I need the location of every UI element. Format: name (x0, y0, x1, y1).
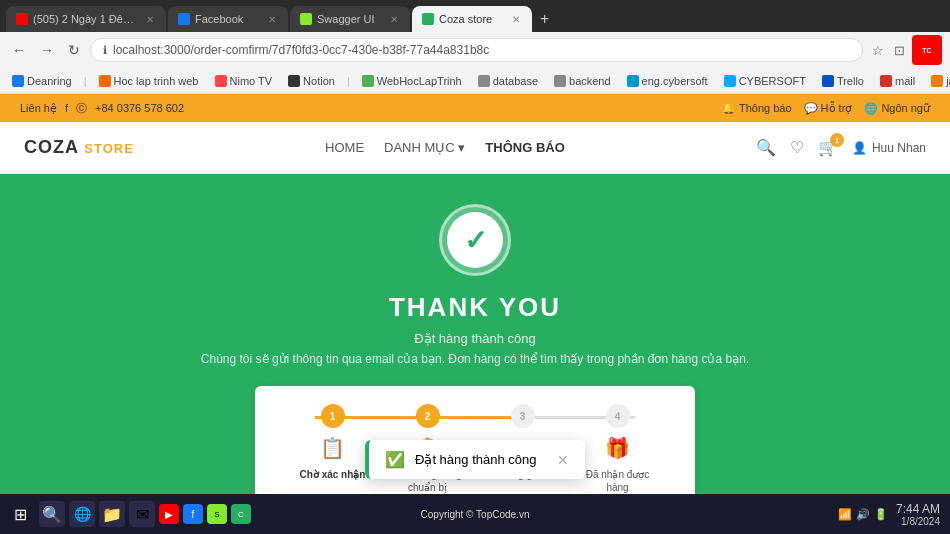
nav-thong-bao[interactable]: THÔNG BÁO (485, 140, 564, 155)
tab-bar: (505) 2 Ngày 1 Đêm - Mú... ✕ Facebook ✕ … (0, 0, 950, 32)
order-info-message: Chúng tôi sẽ gửi thông tin qua email của… (201, 352, 749, 366)
support-link[interactable]: 💬 Hỗ trợ (804, 102, 853, 115)
browser-tab-tab2[interactable]: Facebook ✕ (168, 6, 288, 32)
user-area[interactable]: 👤 Huu Nhan (852, 141, 926, 155)
thank-you-heading: THANK YOU (389, 292, 561, 323)
copyright-text: Copyright © TopCode.vn (421, 509, 530, 520)
url-box[interactable]: ℹ localhost:3000/order-comfirm/7d7f0fd3-… (90, 38, 863, 62)
topcode-logo: TC (912, 35, 942, 65)
tab-close-button[interactable]: ✕ (388, 13, 400, 26)
tab-favicon (422, 13, 434, 25)
notification-link[interactable]: 🔔 Thông báo (722, 102, 791, 115)
bookmark-icon (554, 75, 566, 87)
contact-ig-icon: ⓒ (76, 101, 87, 116)
contact-label: Liên hệ (20, 102, 57, 115)
cart-badge: 1 (830, 133, 844, 147)
step-1-circle: 1 (321, 404, 345, 428)
taskbar-icon-1[interactable]: ▶ (159, 504, 179, 524)
order-success-message: Đặt hàng thành công (414, 331, 535, 346)
bookmarks-bar: Deanring | Hoc lap trinh web Nimo TV Not… (0, 68, 950, 94)
toast-message: Đặt hàng thành công (415, 452, 536, 467)
nav-home[interactable]: HOME (325, 140, 364, 155)
tab-title: (505) 2 Ngày 1 Đêm - Mú... (33, 13, 139, 25)
taskbar-icon-search[interactable]: 🔍 (39, 501, 65, 527)
tab-close-button[interactable]: ✕ (266, 13, 278, 26)
bookmark-icon (12, 75, 24, 87)
bookmark-trello[interactable]: Trello (818, 74, 868, 88)
bookmark-database[interactable]: database (474, 74, 542, 88)
start-button[interactable]: ⊞ (10, 501, 31, 528)
info-bar: Liên hệ f ⓒ +84 0376 578 602 🔔 Thông báo… (0, 94, 950, 122)
address-bar: ← → ↻ ℹ localhost:3000/order-comfirm/7d7… (0, 32, 950, 68)
bookmark-notion[interactable]: Notion (284, 74, 339, 88)
step-4-circle: 4 (606, 404, 630, 428)
taskbar-right: 📶 🔊 🔋 7:44 AM 1/8/2024 (838, 502, 940, 527)
bookmark-java[interactable]: javaOOP (927, 74, 950, 88)
bookmark-mail[interactable]: mail (876, 74, 919, 88)
browser-tab-tab3[interactable]: Swagger UI ✕ (290, 6, 410, 32)
bookmark-webhoc[interactable]: WebHocLapTrinh (358, 74, 466, 88)
cart-button[interactable]: 🛒 1 (818, 138, 838, 157)
bookmark-backend[interactable]: backend (550, 74, 615, 88)
language-link[interactable]: 🌐 Ngôn ngữ (864, 102, 930, 115)
bookmark-icon (880, 75, 892, 87)
bookmark-cybersoft2[interactable]: CYBERSOFT (720, 74, 810, 88)
back-button[interactable]: ← (8, 40, 30, 60)
taskbar-icon-4[interactable]: C (231, 504, 251, 524)
taskbar-icon-folder[interactable]: 📁 (99, 501, 125, 527)
step-1-label: Chờ xác nhận (300, 468, 366, 481)
check-inner: ✓ (447, 212, 503, 268)
tab-favicon (300, 13, 312, 25)
nav-danh-muc[interactable]: DANH MỤC ▾ (384, 140, 465, 155)
bookmark-icon (478, 75, 490, 87)
user-name: Huu Nhan (872, 141, 926, 155)
bookmark-icon (931, 75, 943, 87)
bookmark-icon (362, 75, 374, 87)
address-bar-actions: ☆ ⊡ TC (869, 35, 942, 65)
logo-store: STORE (84, 141, 134, 156)
clock: 7:44 AM (896, 502, 940, 516)
bookmark-cybersoft[interactable]: eng.cybersoft (623, 74, 712, 88)
bookmark-deanring[interactable]: Deanring (8, 74, 76, 88)
wishlist-button[interactable]: ♡ (790, 138, 804, 157)
bookmark-hoc-lap[interactable]: Hoc lap trinh web (95, 74, 203, 88)
step-4-icon: 🎁 (605, 436, 630, 460)
system-time: 7:44 AM 1/8/2024 (896, 502, 940, 527)
reload-button[interactable]: ↻ (64, 40, 84, 60)
browser-chrome: (505) 2 Ngày 1 Đêm - Mú... ✕ Facebook ✕ … (0, 0, 950, 94)
tab-favicon (178, 13, 190, 25)
extension-icon[interactable]: ⊡ (891, 41, 908, 60)
bookmark-star-button[interactable]: ☆ (869, 41, 887, 60)
taskbar-icon-chrome[interactable]: 🌐 (69, 501, 95, 527)
bookmark-nimo[interactable]: Nimo TV (211, 74, 277, 88)
new-tab-button[interactable]: + (534, 10, 555, 28)
bookmark-icon (724, 75, 736, 87)
tab-close-button[interactable]: ✕ (144, 13, 156, 26)
date-display: 1/8/2024 (896, 516, 940, 527)
browser-tab-tab1[interactable]: (505) 2 Ngày 1 Đêm - Mú... ✕ (6, 6, 166, 32)
lock-icon: ℹ (103, 44, 107, 57)
info-bar-left: Liên hệ f ⓒ +84 0376 578 602 (20, 101, 184, 116)
taskbar-icon-2[interactable]: f (183, 504, 203, 524)
taskbar-icons: 🔍 🌐 📁 ✉ ▶ f S C (39, 501, 251, 527)
tab-close-button[interactable]: ✕ (510, 13, 522, 26)
site-logo[interactable]: COZA STORE (24, 137, 134, 158)
taskbar-icon-3[interactable]: S (207, 504, 227, 524)
website-content: Liên hệ f ⓒ +84 0376 578 602 🔔 Thông báo… (0, 94, 950, 494)
system-icons: 📶 🔊 🔋 (838, 508, 888, 521)
url-text: localhost:3000/order-comfirm/7d7f0fd3-0c… (113, 43, 489, 57)
bookmark-icon (99, 75, 111, 87)
header-icons: 🔍 ♡ 🛒 1 👤 Huu Nhan (756, 138, 926, 157)
battery-icon: 🔋 (874, 508, 888, 521)
site-header: COZA STORE HOME DANH MỤC ▾ THÔNG BÁO 🔍 ♡… (0, 122, 950, 174)
toast-close-button[interactable]: ✕ (557, 452, 569, 468)
tab-title: Facebook (195, 13, 261, 25)
search-button[interactable]: 🔍 (756, 138, 776, 157)
taskbar-icon-mail[interactable]: ✉ (129, 501, 155, 527)
contact-phone: +84 0376 578 602 (95, 102, 184, 114)
forward-button[interactable]: → (36, 40, 58, 60)
bookmark-icon (215, 75, 227, 87)
checkmark-icon: ✓ (464, 224, 487, 257)
network-icon: 📶 (838, 508, 852, 521)
browser-tab-tab4[interactable]: Coza store ✕ (412, 6, 532, 32)
